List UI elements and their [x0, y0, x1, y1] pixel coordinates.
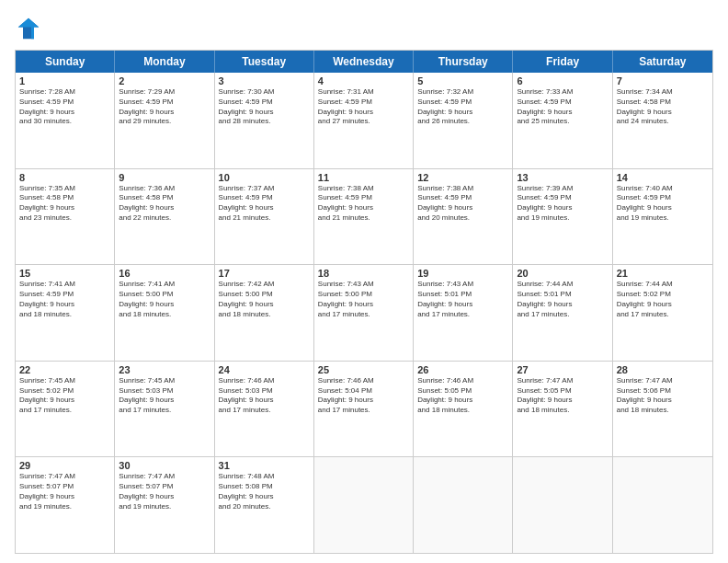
day-number: 31 — [219, 460, 310, 471]
day-info: Sunrise: 7:46 AM Sunset: 5:04 PM Dayligh… — [318, 376, 409, 416]
day-cell-18: 18Sunrise: 7:43 AM Sunset: 5:00 PM Dayli… — [314, 265, 414, 361]
day-cell-16: 16Sunrise: 7:41 AM Sunset: 5:00 PM Dayli… — [115, 265, 214, 361]
day-info: Sunrise: 7:44 AM Sunset: 5:02 PM Dayligh… — [617, 280, 709, 319]
day-number: 8 — [19, 172, 110, 183]
day-info: Sunrise: 7:40 AM Sunset: 4:59 PM Dayligh… — [617, 184, 709, 224]
day-cell-6: 6Sunrise: 7:33 AM Sunset: 4:59 PM Daylig… — [513, 73, 612, 168]
day-info: Sunrise: 7:45 AM Sunset: 5:03 PM Dayligh… — [119, 376, 210, 416]
calendar-page: SundayMondayTuesdayWednesdayThursdayFrid… — [0, 0, 728, 563]
day-cell-30: 30Sunrise: 7:47 AM Sunset: 5:07 PM Dayli… — [115, 457, 214, 553]
day-info: Sunrise: 7:41 AM Sunset: 5:00 PM Dayligh… — [119, 280, 210, 319]
day-cell-13: 13Sunrise: 7:39 AM Sunset: 4:59 PM Dayli… — [513, 169, 612, 265]
day-number: 22 — [19, 364, 110, 375]
day-info: Sunrise: 7:43 AM Sunset: 5:00 PM Dayligh… — [318, 280, 409, 319]
day-cell-31: 31Sunrise: 7:48 AM Sunset: 5:08 PM Dayli… — [215, 457, 314, 553]
day-info: Sunrise: 7:37 AM Sunset: 4:59 PM Dayligh… — [219, 184, 310, 224]
calendar-row-3: 15Sunrise: 7:41 AM Sunset: 4:59 PM Dayli… — [16, 265, 712, 362]
day-info: Sunrise: 7:33 AM Sunset: 4:59 PM Dayligh… — [517, 87, 608, 127]
day-number: 7 — [617, 75, 709, 86]
calendar-row-5: 29Sunrise: 7:47 AM Sunset: 5:07 PM Dayli… — [16, 457, 712, 553]
logo-icon — [15, 15, 42, 42]
day-number: 10 — [219, 172, 310, 183]
day-number: 1 — [19, 75, 110, 86]
empty-cell — [414, 457, 513, 553]
header-day-saturday: Saturday — [613, 51, 712, 73]
day-cell-7: 7Sunrise: 7:34 AM Sunset: 4:58 PM Daylig… — [613, 73, 712, 168]
header-day-friday: Friday — [513, 51, 612, 73]
day-cell-3: 3Sunrise: 7:30 AM Sunset: 4:59 PM Daylig… — [215, 73, 314, 168]
day-number: 17 — [219, 268, 310, 279]
day-number: 20 — [517, 268, 608, 279]
day-cell-27: 27Sunrise: 7:47 AM Sunset: 5:05 PM Dayli… — [513, 362, 612, 457]
calendar-row-1: 1Sunrise: 7:28 AM Sunset: 4:59 PM Daylig… — [16, 73, 712, 169]
day-cell-15: 15Sunrise: 7:41 AM Sunset: 4:59 PM Dayli… — [16, 265, 115, 361]
day-number: 24 — [219, 364, 310, 375]
logo — [15, 15, 46, 42]
day-info: Sunrise: 7:46 AM Sunset: 5:05 PM Dayligh… — [417, 376, 508, 416]
day-cell-2: 2Sunrise: 7:29 AM Sunset: 4:59 PM Daylig… — [115, 73, 214, 168]
day-info: Sunrise: 7:32 AM Sunset: 4:59 PM Dayligh… — [417, 87, 508, 127]
day-info: Sunrise: 7:38 AM Sunset: 4:59 PM Dayligh… — [318, 184, 409, 224]
calendar-header: SundayMondayTuesdayWednesdayThursdayFrid… — [16, 51, 712, 73]
day-info: Sunrise: 7:45 AM Sunset: 5:02 PM Dayligh… — [19, 376, 110, 416]
empty-cell — [613, 457, 712, 553]
day-info: Sunrise: 7:42 AM Sunset: 5:00 PM Dayligh… — [219, 280, 310, 319]
day-cell-24: 24Sunrise: 7:46 AM Sunset: 5:03 PM Dayli… — [215, 362, 314, 457]
day-cell-22: 22Sunrise: 7:45 AM Sunset: 5:02 PM Dayli… — [16, 362, 115, 457]
empty-cell — [314, 457, 414, 553]
header-day-sunday: Sunday — [16, 51, 115, 73]
day-cell-12: 12Sunrise: 7:38 AM Sunset: 4:59 PM Dayli… — [414, 169, 513, 265]
day-cell-23: 23Sunrise: 7:45 AM Sunset: 5:03 PM Dayli… — [115, 362, 214, 457]
calendar-row-4: 22Sunrise: 7:45 AM Sunset: 5:02 PM Dayli… — [16, 362, 712, 458]
day-number: 11 — [318, 172, 409, 183]
day-cell-29: 29Sunrise: 7:47 AM Sunset: 5:07 PM Dayli… — [16, 457, 115, 553]
day-info: Sunrise: 7:29 AM Sunset: 4:59 PM Dayligh… — [119, 87, 210, 127]
day-info: Sunrise: 7:39 AM Sunset: 4:59 PM Dayligh… — [517, 184, 608, 224]
day-number: 21 — [617, 268, 709, 279]
day-number: 3 — [219, 75, 310, 86]
day-number: 25 — [318, 364, 409, 375]
day-cell-21: 21Sunrise: 7:44 AM Sunset: 5:02 PM Dayli… — [613, 265, 712, 361]
calendar-body: 1Sunrise: 7:28 AM Sunset: 4:59 PM Daylig… — [16, 73, 712, 553]
day-number: 29 — [19, 460, 110, 471]
day-number: 14 — [617, 172, 709, 183]
day-cell-14: 14Sunrise: 7:40 AM Sunset: 4:59 PM Dayli… — [613, 169, 712, 265]
day-info: Sunrise: 7:34 AM Sunset: 4:58 PM Dayligh… — [617, 87, 709, 127]
day-cell-11: 11Sunrise: 7:38 AM Sunset: 4:59 PM Dayli… — [314, 169, 414, 265]
header — [15, 15, 713, 42]
empty-cell — [513, 457, 612, 553]
day-number: 16 — [119, 268, 210, 279]
day-info: Sunrise: 7:47 AM Sunset: 5:05 PM Dayligh… — [517, 376, 608, 416]
day-number: 28 — [617, 364, 709, 375]
day-number: 30 — [119, 460, 210, 471]
day-cell-8: 8Sunrise: 7:35 AM Sunset: 4:58 PM Daylig… — [16, 169, 115, 265]
day-cell-20: 20Sunrise: 7:44 AM Sunset: 5:01 PM Dayli… — [513, 265, 612, 361]
day-info: Sunrise: 7:38 AM Sunset: 4:59 PM Dayligh… — [417, 184, 508, 224]
day-number: 5 — [417, 75, 508, 86]
day-number: 27 — [517, 364, 608, 375]
header-day-tuesday: Tuesday — [215, 51, 314, 73]
day-info: Sunrise: 7:31 AM Sunset: 4:59 PM Dayligh… — [318, 87, 409, 127]
day-number: 13 — [517, 172, 608, 183]
day-cell-5: 5Sunrise: 7:32 AM Sunset: 4:59 PM Daylig… — [414, 73, 513, 168]
day-info: Sunrise: 7:47 AM Sunset: 5:07 PM Dayligh… — [19, 472, 110, 511]
day-info: Sunrise: 7:47 AM Sunset: 5:06 PM Dayligh… — [617, 376, 709, 416]
day-number: 18 — [318, 268, 409, 279]
day-number: 23 — [119, 364, 210, 375]
day-cell-19: 19Sunrise: 7:43 AM Sunset: 5:01 PM Dayli… — [414, 265, 513, 361]
day-info: Sunrise: 7:28 AM Sunset: 4:59 PM Dayligh… — [19, 87, 110, 127]
day-info: Sunrise: 7:43 AM Sunset: 5:01 PM Dayligh… — [417, 280, 508, 319]
day-cell-10: 10Sunrise: 7:37 AM Sunset: 4:59 PM Dayli… — [215, 169, 314, 265]
day-cell-28: 28Sunrise: 7:47 AM Sunset: 5:06 PM Dayli… — [613, 362, 712, 457]
day-number: 9 — [119, 172, 210, 183]
day-info: Sunrise: 7:44 AM Sunset: 5:01 PM Dayligh… — [517, 280, 608, 319]
header-day-thursday: Thursday — [414, 51, 513, 73]
day-info: Sunrise: 7:48 AM Sunset: 5:08 PM Dayligh… — [219, 472, 310, 511]
day-number: 4 — [318, 75, 409, 86]
day-info: Sunrise: 7:36 AM Sunset: 4:58 PM Dayligh… — [119, 184, 210, 224]
header-day-monday: Monday — [115, 51, 214, 73]
day-number: 12 — [417, 172, 508, 183]
day-info: Sunrise: 7:47 AM Sunset: 5:07 PM Dayligh… — [119, 472, 210, 511]
calendar: SundayMondayTuesdayWednesdayThursdayFrid… — [15, 50, 713, 554]
day-info: Sunrise: 7:41 AM Sunset: 4:59 PM Dayligh… — [19, 280, 110, 319]
